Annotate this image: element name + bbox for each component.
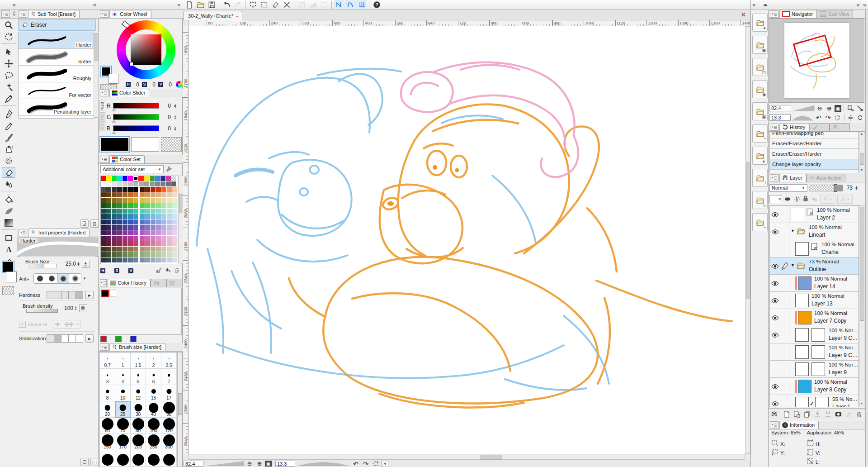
airbrush-tool[interactable] (2, 143, 15, 154)
palette-swatch[interactable] (167, 214, 172, 219)
palette-swatch[interactable] (117, 203, 122, 208)
status-reset-rotation-icon[interactable] (371, 460, 380, 467)
transfer-down-icon[interactable] (813, 410, 822, 419)
selection-tool[interactable] (2, 70, 15, 81)
palette-swatch[interactable] (156, 219, 161, 224)
palette-swatch[interactable] (117, 209, 122, 214)
palette-swatch[interactable] (140, 219, 145, 224)
snap-to-special-ruler-button[interactable] (345, 0, 356, 10)
palette-swatch[interactable] (123, 192, 127, 197)
palette-swatch[interactable] (128, 225, 133, 230)
palette-swatch[interactable] (139, 176, 144, 181)
tab-history[interactable]: History (779, 123, 809, 131)
palette-swatch[interactable] (156, 257, 161, 262)
palette-swatch[interactable] (151, 187, 156, 192)
layer-thumbnail[interactable] (795, 242, 809, 256)
palette-swatch[interactable] (144, 181, 149, 186)
brush-size-cell[interactable]: 25 (115, 401, 131, 418)
palette-swatch[interactable] (151, 247, 156, 252)
palette-swatch[interactable] (167, 236, 172, 241)
history-swatch-white[interactable] (109, 290, 116, 296)
nav-fit-icon[interactable]: ▣ (835, 105, 841, 112)
palette-swatch[interactable] (106, 203, 111, 208)
palette-swatch[interactable] (106, 247, 111, 252)
brush-size-cell[interactable] (115, 450, 131, 467)
clear-selection-button[interactable] (270, 0, 281, 10)
palette-swatch[interactable] (112, 209, 117, 214)
palette-swatch[interactable] (117, 181, 122, 186)
palette-swatch[interactable] (161, 214, 166, 219)
palette-swatch[interactable] (123, 247, 127, 252)
rotate-canvas-tool[interactable] (2, 31, 15, 42)
canvas-hscroll-thumb[interactable] (481, 455, 502, 460)
subtool-item-for-vector[interactable]: For vector (19, 82, 94, 99)
palette-swatch[interactable] (133, 219, 138, 224)
palette-swatch[interactable] (161, 252, 166, 257)
palette-swatch[interactable] (123, 219, 127, 224)
palette-swatch[interactable] (106, 219, 111, 224)
palette-swatch[interactable] (101, 192, 106, 197)
palette-swatch[interactable] (156, 230, 161, 235)
text-tool[interactable]: A (2, 244, 15, 255)
palette-swatch[interactable] (106, 236, 111, 241)
palette-swatch[interactable] (133, 241, 138, 246)
brush-size-cell[interactable] (100, 450, 115, 467)
palette-swatch[interactable] (167, 219, 172, 224)
palette-swatch[interactable] (101, 257, 106, 262)
palette-swatch[interactable] (106, 198, 111, 203)
palette-swatch[interactable] (106, 225, 111, 230)
brush-size-cell[interactable]: 70 (115, 418, 131, 434)
palette-swatch[interactable] (140, 225, 145, 230)
palette-swatch[interactable] (145, 192, 150, 197)
deselect-button[interactable] (247, 0, 258, 10)
palette-swatch[interactable] (101, 176, 106, 181)
layer-row-layer-10-copy[interactable]: ✓55 % NormalLayer 10 Copy (770, 395, 859, 407)
brush-size-panel-tab[interactable]: Brush size [Harder] (109, 343, 165, 351)
palette-swatch[interactable] (117, 252, 122, 257)
layer-row-layer-9[interactable]: 100 % NormalLayer 9 (770, 361, 859, 378)
brush-size-cell[interactable]: 60 (100, 418, 115, 434)
palette-swatch[interactable] (128, 176, 133, 181)
brush-size-cell[interactable] (131, 450, 146, 467)
material-folder-layout-icon[interactable]: ◫ (752, 58, 768, 76)
segment-cell[interactable] (54, 334, 61, 343)
palette-swatch[interactable] (123, 241, 127, 246)
layer-scrollbar[interactable]: ▼ (859, 205, 864, 407)
pencil-tool[interactable] (2, 120, 15, 131)
layer-thumbnail[interactable] (795, 328, 809, 342)
palette-swatch[interactable] (112, 257, 117, 262)
palette-swatch[interactable] (161, 192, 166, 197)
palette-swatch[interactable] (117, 236, 122, 241)
palette-swatch[interactable] (172, 214, 177, 219)
tab-information[interactable]: i Information (779, 421, 819, 429)
palette-swatch[interactable] (117, 247, 122, 252)
subtool-item-harder[interactable]: Harder (19, 32, 94, 49)
palette-swatch[interactable] (106, 214, 111, 219)
segment-cell[interactable] (61, 291, 69, 299)
duplicate-layer-icon[interactable] (802, 410, 811, 419)
palette-swatch[interactable] (106, 181, 111, 186)
palette-swatch[interactable] (133, 209, 138, 214)
palette-swatch[interactable] (140, 209, 145, 214)
ruler-corner[interactable] (183, 20, 189, 26)
palette-swatch[interactable] (101, 225, 106, 230)
collapse-color-icon[interactable]: « (177, 1, 180, 8)
brush-size-scrollbar[interactable] (177, 352, 182, 467)
palette-swatch[interactable] (167, 187, 172, 192)
palette-swatch[interactable] (140, 241, 145, 246)
brush-size-cell[interactable]: 17 (161, 385, 177, 401)
fill-tool[interactable] (2, 194, 15, 205)
palette-swatch[interactable] (156, 214, 161, 219)
snap-to-ruler-button[interactable] (334, 0, 344, 10)
close-view-icon[interactable]: ✕ (741, 11, 746, 18)
palette-swatch[interactable] (117, 241, 122, 246)
palette-swatch[interactable] (151, 198, 156, 203)
brush-size-cell[interactable]: 6 (146, 369, 161, 385)
brush-size-cell[interactable]: 5 (131, 369, 146, 385)
palette-swatch[interactable] (112, 176, 117, 181)
brush-size-cell[interactable]: 1.5 (131, 353, 146, 369)
segment-cell[interactable] (68, 291, 76, 299)
palette-swatch[interactable] (167, 198, 172, 203)
palette-swatch[interactable] (156, 192, 161, 197)
wheel-mode-icon[interactable]: ▸ (176, 81, 183, 88)
